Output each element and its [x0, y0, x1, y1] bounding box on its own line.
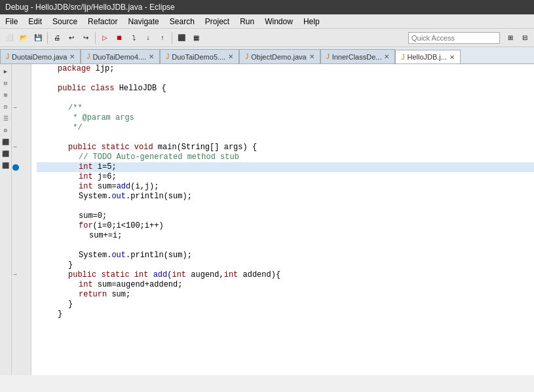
- fold-icon-4[interactable]: −: [13, 105, 17, 112]
- token-2-1: [86, 84, 90, 94]
- step-over-btn[interactable]: ⤵: [127, 31, 140, 45]
- layout-btn[interactable]: ⊞: [504, 31, 517, 45]
- code-line-13: System.out.println(sum);: [37, 192, 534, 202]
- token-8-4: void: [134, 143, 153, 152]
- tab-icon-1: J: [86, 53, 90, 60]
- quick-access-input[interactable]: [408, 32, 500, 44]
- tab-3[interactable]: JObjectDemo.java✕: [239, 49, 320, 63]
- quick-access-container: [408, 32, 500, 44]
- tab-2[interactable]: JDuoTaiDemo5....✕: [160, 49, 239, 63]
- tab-icon-5: J: [401, 54, 404, 61]
- token-5-0: * @param args: [68, 113, 134, 123]
- token-15-0: sum=0;: [79, 211, 107, 221]
- token-21-8: int: [172, 270, 186, 280]
- code-line-17: sum+=i;: [37, 231, 534, 241]
- tab-close-1[interactable]: ✕: [149, 53, 154, 60]
- code-line-1: [37, 74, 534, 84]
- fold-icon-8[interactable]: −: [13, 144, 17, 151]
- sidebar-icon-0[interactable]: ▶: [1, 67, 10, 76]
- token-19-1: out: [111, 251, 126, 260]
- token-21-4: int: [134, 270, 149, 280]
- menubar: FileEditSourceRefactorNavigateSearchProj…: [0, 14, 534, 29]
- sidebar-icon-8[interactable]: ⬛: [1, 161, 10, 170]
- menu-item-edit[interactable]: Edit: [23, 16, 47, 27]
- gutter-line-22: [12, 280, 31, 290]
- gutter-line-12: [12, 182, 31, 192]
- sidebar-icon-5[interactable]: ⚙: [1, 126, 10, 135]
- open-btn[interactable]: 📂: [17, 31, 30, 45]
- views-btn[interactable]: ▦: [189, 31, 202, 45]
- token-22-1: sum=augend+addend;: [93, 280, 183, 290]
- tab-label-2: DuoTaiDemo5....: [172, 53, 225, 61]
- tab-close-5[interactable]: ✕: [449, 54, 455, 61]
- tab-0[interactable]: JDuotaiDemo.java✕: [0, 49, 81, 63]
- tab-label-1: DuoTaiDemo4....: [92, 53, 146, 61]
- code-line-2: public class HelloJDB {: [37, 84, 534, 94]
- breakpoint-10[interactable]: [12, 164, 19, 171]
- tab-close-3[interactable]: ✕: [309, 53, 315, 60]
- tab-close-2[interactable]: ✕: [228, 53, 233, 60]
- sidebar-icon-2[interactable]: ⊞: [1, 90, 10, 99]
- tab-5[interactable]: JHelloJDB.j...✕: [395, 50, 461, 64]
- fold-icon-21[interactable]: −: [13, 272, 17, 279]
- sidebar-icon-4[interactable]: ☰: [1, 114, 10, 123]
- menu-item-window[interactable]: Window: [259, 16, 298, 27]
- titlebar-text: Debug - HelloJDB/src/ljp/HelloJDB.java -…: [5, 3, 175, 12]
- code-editor[interactable]: package ljp;public class HelloJDB {/** *…: [31, 64, 534, 375]
- token-9-0: // TODO Auto-generated method stub: [79, 152, 239, 162]
- token-12-0: int: [79, 182, 93, 192]
- gutter-line-4: −: [12, 103, 31, 113]
- layout2-btn[interactable]: ⊟: [518, 31, 531, 45]
- sidebar-icon-1[interactable]: ⊟: [1, 79, 10, 88]
- main-area: ▶⊟⊞⊡☰⚙⬛⬛⬛ −−− package ljp;public class H…: [0, 64, 534, 375]
- token-21-5: [148, 270, 153, 280]
- undo-btn[interactable]: ↩: [65, 31, 78, 45]
- sidebar-icon-7[interactable]: ⬛: [1, 149, 10, 158]
- tab-close-0[interactable]: ✕: [69, 53, 75, 60]
- menu-item-search[interactable]: Search: [164, 16, 200, 27]
- tab-close-4[interactable]: ✕: [384, 53, 389, 60]
- step-ret-btn[interactable]: ↑: [156, 31, 169, 45]
- token-21-1: [96, 270, 101, 280]
- token-17-0: sum+=i;: [89, 231, 122, 241]
- gutter-line-8: −: [12, 143, 31, 152]
- tab-1[interactable]: JDuoTaiDemo4....✕: [81, 49, 160, 63]
- token-0-1: ljp;: [90, 64, 114, 74]
- code-line-7: [37, 133, 534, 143]
- token-13-0: System.: [79, 192, 111, 202]
- token-21-3: [130, 270, 134, 280]
- stop-btn[interactable]: ⏹: [113, 31, 126, 45]
- menu-item-navigate[interactable]: Navigate: [123, 16, 164, 27]
- token-21-2: static: [101, 270, 129, 280]
- redo-btn[interactable]: ↪: [79, 31, 92, 45]
- gutter-line-15: [12, 211, 31, 221]
- perspective-btn[interactable]: ⬛: [175, 31, 188, 45]
- menu-item-refactor[interactable]: Refactor: [83, 16, 123, 27]
- gutter-line-9: [12, 152, 31, 162]
- tab-label-3: ObjectDemo.java: [251, 53, 306, 61]
- token-4-0: /**: [68, 103, 83, 113]
- code-line-23: return sum;: [37, 290, 534, 300]
- token-12-3: (i,j);: [130, 182, 159, 192]
- save-btn[interactable]: 💾: [31, 31, 45, 45]
- menu-item-help[interactable]: Help: [298, 16, 325, 27]
- code-line-14: [37, 202, 534, 211]
- code-line-21: public static int add(int augend,int add…: [37, 270, 534, 280]
- menu-item-file[interactable]: File: [0, 16, 23, 27]
- menu-item-run[interactable]: Run: [235, 16, 259, 27]
- sidebar-icon-3[interactable]: ⊡: [1, 102, 10, 111]
- code-line-8: public static void main(String[] args) {: [37, 143, 534, 152]
- debug-btn[interactable]: ▷: [98, 31, 111, 45]
- new-btn[interactable]: ⬜: [3, 31, 16, 45]
- token-23-1: sum;: [107, 290, 130, 300]
- tab-4[interactable]: JInnerClassDe...✕: [320, 49, 396, 63]
- print-btn[interactable]: 🖨: [50, 31, 64, 45]
- menu-item-project[interactable]: Project: [200, 16, 235, 27]
- step-into-btn[interactable]: ↓: [142, 31, 155, 45]
- sidebar-icon-6[interactable]: ⬛: [1, 137, 10, 147]
- titlebar: Debug - HelloJDB/src/ljp/HelloJDB.java -…: [0, 0, 534, 14]
- token-8-1: [96, 143, 101, 152]
- token-2-2: class: [90, 84, 114, 94]
- token-19-0: System.: [79, 251, 111, 260]
- menu-item-source[interactable]: Source: [47, 16, 83, 27]
